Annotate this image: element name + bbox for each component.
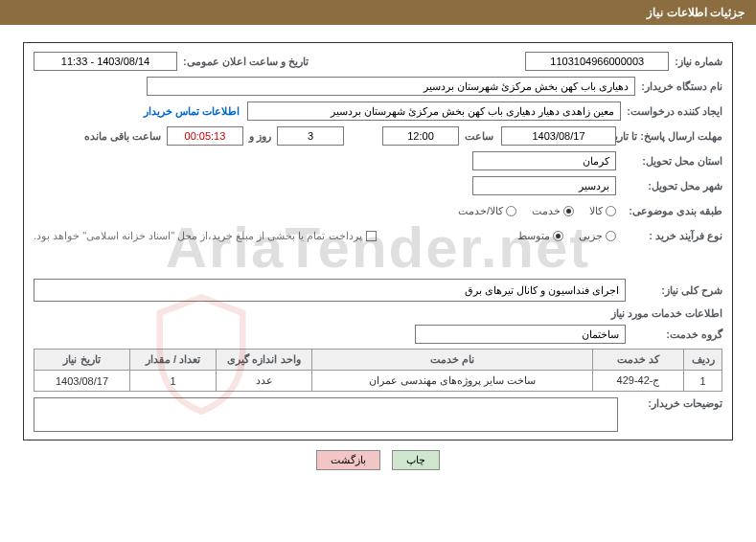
label-buyer-notes: توضیحات خریدار: <box>631 397 722 410</box>
back-button[interactable]: بازگشت <box>316 450 380 470</box>
row-requester: ایجاد کننده درخواست: معین زاهدی دهیار ده… <box>34 101 722 122</box>
buyer-contact-link[interactable]: اطلاعات تماس خریدار <box>144 105 240 118</box>
table-header-row: ردیف کد خدمت نام خدمت واحد اندازه گیری ت… <box>34 350 722 371</box>
row-desc: شرح کلی نیاز: اجرای فنداسیون و کانال تیر… <box>34 279 722 302</box>
label-category: طبقه بندی موضوعی: <box>622 205 722 217</box>
td-unit: عدد <box>217 371 312 392</box>
section-service-info: اطلاعات خدمات مورد نیاز <box>34 307 722 320</box>
label-process: نوع فرآیند خرید : <box>622 230 722 242</box>
radio-khedmat[interactable]: خدمت <box>532 205 574 217</box>
th-date: تاریخ نیاز <box>34 350 130 371</box>
td-date: 1403/08/17 <box>34 371 130 392</box>
label-city: شهر محل تحویل: <box>622 180 722 192</box>
radio-both-label: کالا/خدمت <box>458 205 503 217</box>
label-deadline: مهلت ارسال پاسخ: تا تاریخ: <box>622 130 722 143</box>
radio-kala-label: کالا <box>589 205 603 217</box>
buyer-notes-area <box>34 397 618 432</box>
field-req-no: 1103104966000003 <box>525 52 669 71</box>
field-buyer-org: دهیاری باب کهن بخش مرکزئ شهرستان بردسیر <box>147 77 635 96</box>
radio-joz[interactable]: جزیی <box>579 230 616 242</box>
label-requester: ایجاد کننده درخواست: <box>627 105 722 118</box>
field-service-group: ساختمان <box>415 325 626 344</box>
field-announce: 1403/08/14 - 11:33 <box>34 52 177 71</box>
service-table: ردیف کد خدمت نام خدمت واحد اندازه گیری ت… <box>34 349 722 392</box>
field-deadline-date: 1403/08/17 <box>501 126 616 146</box>
field-countdown: 00:05:13 <box>167 126 243 146</box>
payment-checkbox[interactable] <box>366 231 377 241</box>
label-time: ساعت <box>465 130 493 143</box>
label-service-group: گروه خدمت: <box>631 328 722 341</box>
field-days-left: 3 <box>277 126 344 146</box>
table-row: 1 ج-42-429 ساخت سایر پروژه‌های مهندسی عم… <box>34 371 722 392</box>
label-buyer-org: نام دستگاه خریدار: <box>641 80 722 93</box>
row-province: استان محل تحویل: کرمان <box>34 150 722 171</box>
row-buyer-org: نام دستگاه خریدار: دهیاری باب کهن بخش مر… <box>34 76 722 97</box>
label-desc: شرح کلی نیاز: <box>631 284 722 297</box>
row-city: شهر محل تحویل: بردسیر <box>34 175 722 196</box>
page-header: جزئیات اطلاعات نیاز <box>0 0 756 25</box>
label-announce: تاریخ و ساعت اعلان عمومی: <box>183 56 309 68</box>
radio-kala[interactable]: کالا <box>589 205 616 217</box>
page-title: جزئیات اطلاعات نیاز <box>647 6 745 19</box>
field-desc: اجرای فنداسیون و کانال تیرهای برق <box>34 279 626 302</box>
th-code: کد خدمت <box>593 350 684 371</box>
field-requester: معین زاهدی دهیار دهیاری باب کهن بخش مرکز… <box>247 102 621 121</box>
print-button[interactable]: چاپ <box>392 450 440 470</box>
field-city: بردسیر <box>472 176 616 195</box>
row-buyer-notes: توضیحات خریدار: <box>34 397 722 432</box>
th-row: ردیف <box>684 350 722 371</box>
th-name: نام خدمت <box>312 350 593 371</box>
field-deadline-time: 12:00 <box>382 126 459 146</box>
row-deadline: مهلت ارسال پاسخ: تا تاریخ: 1403/08/17 سا… <box>34 125 722 147</box>
main-container: AriaTender.net شماره نیاز: 1103104966000… <box>23 42 733 440</box>
label-province: استان محل تحویل: <box>622 155 722 168</box>
td-row: 1 <box>684 371 722 392</box>
label-day-and: روز و <box>249 130 271 143</box>
radio-khedmat-label: خدمت <box>532 205 561 217</box>
row-req-no: شماره نیاز: 1103104966000003 تاریخ و ساع… <box>34 51 722 72</box>
radio-joz-label: جزیی <box>579 230 603 242</box>
radio-mid[interactable]: متوسط <box>517 230 563 242</box>
th-qty: تعداد / مقدار <box>130 350 217 371</box>
row-process: نوع فرآیند خرید : جزیی متوسط پرداخت تمام… <box>34 225 722 246</box>
label-remaining: ساعت باقی مانده <box>84 130 161 143</box>
radio-both[interactable]: کالا/خدمت <box>458 205 516 217</box>
field-province: کرمان <box>472 151 616 170</box>
row-category: طبقه بندی موضوعی: کالا خدمت کالا/خدمت <box>34 200 722 221</box>
button-row: چاپ بازگشت <box>0 450 756 470</box>
td-name: ساخت سایر پروژه‌های مهندسی عمران <box>312 371 593 392</box>
radio-mid-label: متوسط <box>517 230 550 242</box>
td-qty: 1 <box>130 371 217 392</box>
label-req-no: شماره نیاز: <box>675 56 722 68</box>
th-unit: واحد اندازه گیری <box>217 350 312 371</box>
td-code: ج-42-429 <box>593 371 684 392</box>
row-service-group: گروه خدمت: ساختمان <box>34 324 722 345</box>
payment-note: پرداخت تمام یا بخشی از مبلغ خرید،از محل … <box>34 230 362 242</box>
